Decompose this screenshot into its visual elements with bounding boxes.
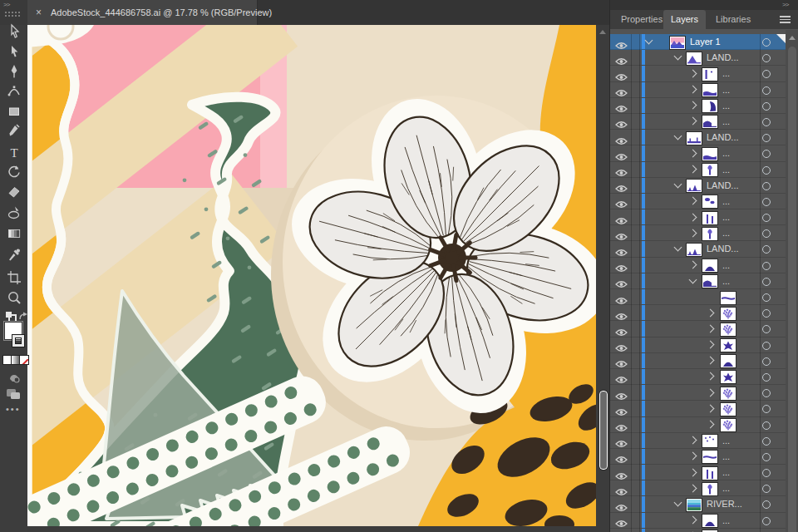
expand-chevron-icon[interactable] <box>674 499 682 507</box>
more-ellipsis[interactable]: ••• <box>6 404 21 414</box>
layer-row-land[interactable]: LAND... <box>610 130 786 145</box>
expand-chevron-icon[interactable] <box>707 324 715 332</box>
canvas-vertical-scrollbar[interactable] <box>596 25 609 526</box>
expand-chevron-icon[interactable] <box>707 308 715 317</box>
target-circle[interactable] <box>762 214 771 222</box>
target-circle[interactable] <box>762 229 771 238</box>
layer-thumbnail[interactable] <box>702 116 717 128</box>
layer-thumbnail[interactable] <box>687 52 702 65</box>
layer-row-[interactable]: ... <box>610 98 786 114</box>
layer-thumbnail[interactable] <box>702 212 717 224</box>
direct-selection-tool[interactable] <box>4 42 24 61</box>
layer-thumbnail[interactable] <box>721 387 736 400</box>
artboard-tool[interactable] <box>4 268 24 287</box>
layer-row-[interactable]: ... <box>610 66 786 81</box>
target-circle[interactable] <box>762 421 771 430</box>
expand-chevron-icon[interactable] <box>707 372 715 381</box>
target-circle[interactable] <box>762 134 771 142</box>
target-circle[interactable] <box>762 357 771 366</box>
document-tab[interactable]: × AdobeStock_444686758.ai @ 17.78 % (RGB… <box>27 0 258 25</box>
layer-name[interactable]: ... <box>722 165 730 175</box>
layer-row[interactable] <box>610 305 786 321</box>
layer-row-[interactable]: ... <box>610 162 786 178</box>
layer-name[interactable]: ... <box>722 212 730 222</box>
layer-row-[interactable]: ... <box>610 225 786 241</box>
target-circle[interactable] <box>762 102 771 111</box>
expand-chevron-icon[interactable] <box>707 388 715 397</box>
layer-name[interactable]: ... <box>722 467 730 477</box>
layer-thumbnail[interactable] <box>702 148 717 160</box>
layer-row-[interactable]: ... <box>610 465 786 480</box>
layer-name[interactable]: ... <box>722 515 730 525</box>
tab-libraries[interactable]: Libraries <box>708 10 758 29</box>
scroll-up-icon[interactable] <box>789 36 796 40</box>
layer-name[interactable]: LAND... <box>707 180 739 190</box>
layer-row-[interactable]: ... <box>610 194 786 209</box>
layer-row-[interactable]: ... <box>610 529 786 532</box>
target-circle[interactable] <box>762 500 771 509</box>
layer-thumbnail[interactable] <box>702 515 717 527</box>
layer-thumbnail[interactable] <box>687 244 702 256</box>
layer-thumbnail[interactable] <box>702 467 717 480</box>
target-circle[interactable] <box>762 517 771 525</box>
layer-thumbnail[interactable] <box>687 132 702 145</box>
expand-chevron-icon[interactable] <box>689 197 697 205</box>
target-circle[interactable] <box>762 54 771 62</box>
gradient-tool[interactable] <box>4 224 24 243</box>
target-circle[interactable] <box>762 485 771 493</box>
layer-row-[interactable]: ... <box>610 480 786 496</box>
target-circle[interactable] <box>762 309 771 318</box>
close-tab-icon[interactable]: × <box>36 7 42 18</box>
tab-properties[interactable]: Properties <box>613 10 670 29</box>
layer-name[interactable]: ... <box>722 260 730 270</box>
panel-collapse-button[interactable]: >> <box>782 2 788 8</box>
expand-chevron-icon[interactable] <box>689 213 697 221</box>
layer-row-[interactable]: ... <box>610 114 786 130</box>
tab-layers[interactable]: Layers <box>663 10 706 30</box>
target-circle[interactable] <box>762 182 771 190</box>
target-circle[interactable] <box>762 150 771 158</box>
layer-name[interactable]: LAND... <box>707 52 739 62</box>
expand-chevron-icon[interactable] <box>689 484 697 492</box>
target-circle[interactable] <box>762 86 771 95</box>
layer-row[interactable] <box>610 417 786 433</box>
layer-thumbnail[interactable] <box>721 403 736 416</box>
layer-row-[interactable]: ... <box>610 433 786 449</box>
expand-chevron-icon[interactable] <box>674 52 682 61</box>
target-circle[interactable] <box>762 342 771 350</box>
layer-row-river[interactable]: RIVER... <box>610 496 786 512</box>
expand-chevron-icon[interactable] <box>689 117 697 126</box>
target-circle[interactable] <box>762 453 771 461</box>
layer-name[interactable]: Layer 1 <box>690 37 721 47</box>
target-circle[interactable] <box>762 38 771 47</box>
layer-name[interactable]: ... <box>722 483 730 493</box>
target-circle[interactable] <box>762 469 771 477</box>
layer-name[interactable]: RIVER... <box>707 499 742 509</box>
expand-chevron-icon[interactable] <box>689 275 697 283</box>
expand-chevron-icon[interactable] <box>674 244 682 252</box>
layer-name[interactable]: ... <box>722 85 730 95</box>
expand-chevron-icon[interactable] <box>689 69 697 77</box>
target-circle[interactable] <box>762 437 771 446</box>
layer-name[interactable]: ... <box>722 148 730 158</box>
layer-thumbnail[interactable] <box>702 275 717 288</box>
target-circle[interactable] <box>762 293 771 302</box>
layer-row-layer1[interactable]: Layer 1 <box>610 34 786 50</box>
expand-chevron-icon[interactable] <box>707 357 715 365</box>
layer-row-land[interactable]: LAND... <box>610 241 786 257</box>
target-circle[interactable] <box>762 373 771 382</box>
layer-name[interactable]: ... <box>722 436 730 446</box>
layer-thumbnail[interactable] <box>687 180 702 192</box>
layer-name[interactable]: ... <box>722 276 730 286</box>
expand-chevron-icon[interactable] <box>707 404 715 412</box>
layer-row[interactable] <box>610 385 786 401</box>
target-circle[interactable] <box>762 389 771 397</box>
layer-name[interactable]: ... <box>722 68 730 78</box>
layer-row[interactable] <box>610 353 786 369</box>
layer-name[interactable]: ... <box>722 196 730 206</box>
expand-chevron-icon[interactable] <box>689 149 697 157</box>
artboard-canvas[interactable] <box>27 25 596 526</box>
selection-tool[interactable] <box>4 22 24 41</box>
expand-chevron-icon[interactable] <box>689 468 697 476</box>
expand-chevron-icon[interactable] <box>645 37 653 45</box>
